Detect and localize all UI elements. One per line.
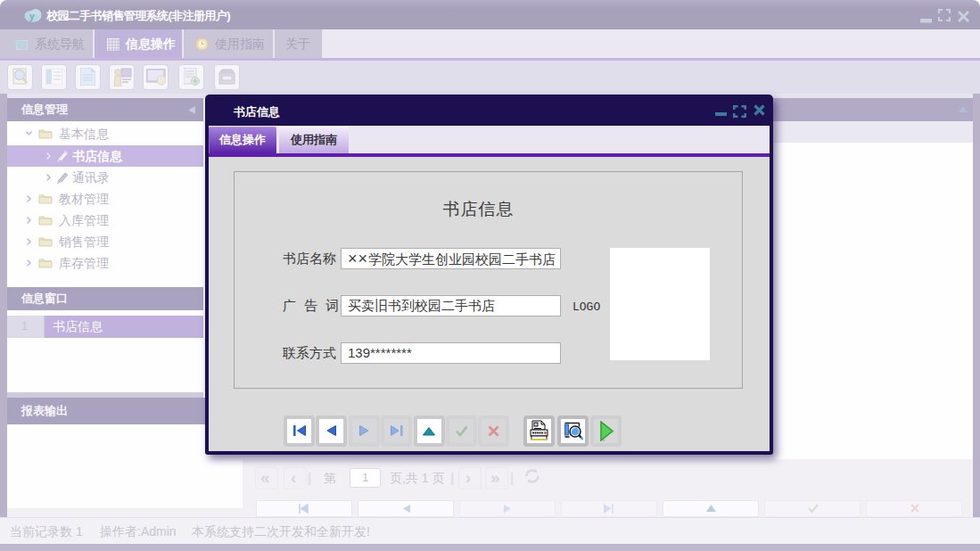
svg-text:y: y <box>29 12 35 21</box>
